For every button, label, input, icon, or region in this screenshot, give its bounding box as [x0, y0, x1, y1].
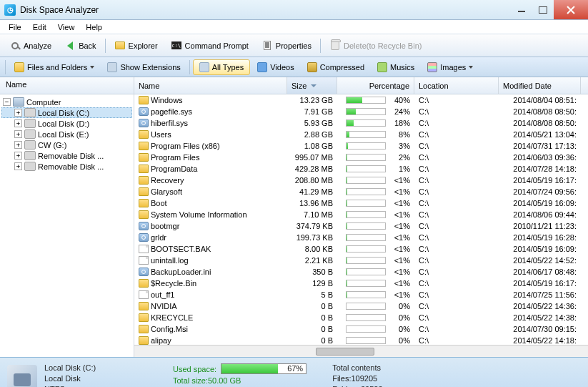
- disk-icon: [24, 108, 36, 117]
- tree-node[interactable]: +Removable Disk ...: [1, 161, 132, 172]
- compressed-button[interactable]: Compressed: [302, 60, 370, 74]
- menu-file[interactable]: File: [3, 21, 27, 33]
- tree-node[interactable]: +Local Disk (D:): [1, 118, 132, 129]
- table-row[interactable]: Glarysoft41.29 MB<1%C:\2014/07/24 09:56:: [134, 186, 588, 197]
- table-row[interactable]: Boot13.96 MB<1%C:\2014/05/19 16:09:: [134, 197, 588, 209]
- table-row[interactable]: hiberfil.sys5.93 GB18%C:\2014/08/08 08:5…: [134, 117, 588, 129]
- table-row[interactable]: alipay0 B0%C:\2014/05/22 14:18:: [134, 335, 588, 345]
- show-extensions-button[interactable]: Show Extensions: [101, 60, 186, 74]
- properties-icon: [261, 40, 273, 52]
- disk-name: Local Disk (C:): [44, 363, 96, 372]
- video-icon: [257, 62, 267, 72]
- tree-toggle-icon[interactable]: +: [14, 109, 22, 117]
- analyze-button[interactable]: Analyze: [4, 38, 57, 54]
- table-row[interactable]: Config.Msi0 B0%C:\2014/07/30 09:15:: [134, 323, 588, 335]
- file-location: C:\: [414, 302, 499, 310]
- table-row[interactable]: unintall.log2.21 KB<1%C:\2014/05/22 14:5…: [134, 255, 588, 266]
- tree-node[interactable]: −Computer: [1, 97, 132, 107]
- tree-node[interactable]: +Local Disk (E:): [1, 129, 132, 139]
- table-row[interactable]: out_ff15 B<1%C:\2014/07/25 11:56:: [134, 289, 588, 300]
- properties-button[interactable]: Properties: [256, 38, 317, 54]
- files-folders-button[interactable]: Files and Folders: [9, 60, 100, 74]
- tree-node-label: Local Disk (E:): [38, 130, 89, 139]
- sys-icon: [139, 233, 149, 242]
- titlebar[interactable]: ◷ Disk Space Analyzer: [0, 0, 588, 20]
- horizontal-scrollbar[interactable]: [134, 345, 588, 357]
- image-icon: [427, 62, 437, 72]
- maximize-button[interactable]: [532, 0, 554, 19]
- window-title: Disk Space Analyzer: [20, 5, 511, 15]
- file-modified-date: 2014/07/24 09:56:: [499, 187, 581, 196]
- tree-header[interactable]: Name: [0, 77, 134, 94]
- file-location: C:\: [414, 187, 499, 196]
- file-icon: [139, 245, 149, 253]
- file-location: C:\: [414, 142, 499, 150]
- table-row[interactable]: NVIDIA0 B0%C:\2014/05/22 14:36:: [134, 300, 588, 312]
- tree-node[interactable]: +CW (G:): [1, 139, 132, 150]
- table-row[interactable]: bootmgr374.79 KB<1%C:\2010/11/21 11:23:: [134, 220, 588, 232]
- tree-body[interactable]: −Computer+Local Disk (C:)+Local Disk (D:…: [0, 94, 134, 357]
- tree-toggle-icon[interactable]: +: [14, 130, 22, 138]
- explorer-button[interactable]: Explorer: [109, 38, 164, 54]
- menu-help[interactable]: Help: [80, 21, 108, 33]
- folder-icon: [139, 325, 149, 333]
- column-header-name[interactable]: Name: [134, 77, 287, 94]
- list-body[interactable]: Windows13.23 GB40%C:\2014/08/04 08:51:pa…: [134, 94, 588, 345]
- musics-button[interactable]: Musics: [372, 60, 420, 74]
- column-header-modified[interactable]: Modified Date: [499, 77, 581, 94]
- file-modified-date: 2014/08/06 09:44:: [499, 210, 581, 219]
- percentage-bar: [346, 154, 386, 161]
- sys-icon: [139, 107, 149, 116]
- table-row[interactable]: BackupLoader.ini350 B<1%C:\2014/06/17 08…: [134, 266, 588, 278]
- minimize-button[interactable]: [511, 0, 532, 19]
- table-row[interactable]: $Recycle.Bin129 B<1%C:\2014/05/19 16:17:: [134, 278, 588, 289]
- column-header-size[interactable]: Size: [287, 77, 337, 94]
- file-name: $Recycle.Bin: [151, 279, 196, 288]
- table-row[interactable]: Windows13.23 GB40%C:\2014/08/04 08:51:: [134, 94, 588, 106]
- delete-button[interactable]: Delete(to Recycle Bin): [324, 38, 427, 54]
- column-header-percentage[interactable]: Percentage: [337, 77, 414, 94]
- table-row[interactable]: System Volume Information7.10 MB<1%C:\20…: [134, 209, 588, 220]
- explorer-label: Explorer: [129, 41, 158, 50]
- back-button[interactable]: Back: [59, 38, 101, 54]
- table-row[interactable]: Users2.88 GB8%C:\2014/05/21 13:04:: [134, 129, 588, 140]
- table-row[interactable]: KRECYCLE0 B0%C:\2014/05/22 14:38:: [134, 312, 588, 323]
- images-button[interactable]: Images: [422, 60, 479, 74]
- videos-button[interactable]: Videos: [251, 60, 299, 74]
- percentage-label: <1%: [389, 290, 410, 299]
- tree-node[interactable]: +Local Disk (C:): [1, 107, 132, 118]
- file-location: C:\: [414, 130, 499, 139]
- tree-node[interactable]: +Removable Disk ...: [1, 150, 132, 161]
- file-name: hiberfil.sys: [151, 119, 188, 127]
- percentage-label: 3%: [389, 142, 410, 150]
- file-size: 208.80 MB: [287, 176, 337, 185]
- menu-view[interactable]: View: [52, 21, 81, 33]
- close-button[interactable]: [554, 0, 588, 19]
- file-modified-date: 2014/05/19 16:28:: [499, 233, 581, 242]
- musics-label: Musics: [390, 63, 414, 72]
- table-row[interactable]: ProgramData429.28 MB1%C:\2014/07/28 14:1…: [134, 163, 588, 175]
- table-row[interactable]: pagefile.sys7.91 GB24%C:\2014/08/08 08:5…: [134, 106, 588, 117]
- files-label: Files:: [332, 374, 351, 383]
- table-row[interactable]: BOOTSECT.BAK8.00 KB<1%C:\2014/05/19 16:0…: [134, 243, 588, 255]
- tree-toggle-icon[interactable]: +: [14, 141, 22, 149]
- file-name: Windows: [151, 96, 183, 104]
- file-name: bootmgr: [151, 222, 179, 230]
- column-header-location[interactable]: Location: [414, 77, 499, 94]
- table-row[interactable]: grldr199.73 KB<1%C:\2014/05/19 16:28:: [134, 232, 588, 243]
- file-modified-date: 2014/05/19 16:17:: [499, 176, 581, 185]
- tree-toggle-icon[interactable]: +: [14, 162, 22, 170]
- music-icon: [377, 62, 387, 72]
- command-prompt-button[interactable]: c:\ Command Prompt: [165, 38, 254, 54]
- sort-desc-icon: [311, 84, 317, 87]
- tree-toggle-icon[interactable]: +: [14, 152, 22, 160]
- file-name: unintall.log: [151, 256, 189, 265]
- tree-toggle-icon[interactable]: −: [3, 98, 11, 106]
- file-name: BackupLoader.ini: [151, 268, 211, 276]
- table-row[interactable]: Recovery208.80 MB<1%C:\2014/05/19 16:17:: [134, 175, 588, 186]
- menu-edit[interactable]: Edit: [27, 21, 52, 33]
- table-row[interactable]: Program Files (x86)1.08 GB3%C:\2014/07/3…: [134, 140, 588, 152]
- table-row[interactable]: Program Files995.07 MB2%C:\2014/06/03 09…: [134, 152, 588, 163]
- all-types-button[interactable]: All Types: [193, 59, 250, 75]
- tree-toggle-icon[interactable]: +: [14, 119, 22, 127]
